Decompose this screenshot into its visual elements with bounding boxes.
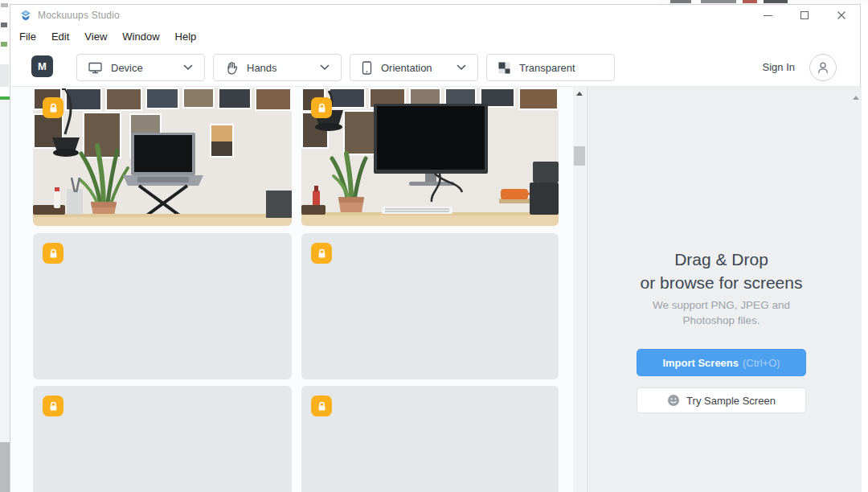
mockup-card-placeholder[interactable]	[33, 386, 292, 492]
scrollbar-thumb[interactable]	[574, 146, 585, 166]
scrollbar-up-button[interactable]	[573, 87, 586, 100]
chevron-down-icon	[320, 64, 330, 71]
lock-badge	[43, 396, 63, 416]
main-content: Drag & Drop or browse for screens We sup…	[10, 87, 860, 492]
mockup-photo-laptop	[33, 88, 292, 226]
import-screens-shortcut: (Ctrl+O)	[743, 357, 780, 369]
close-icon	[837, 10, 846, 20]
import-screens-button[interactable]: Import Screens (Ctrl+O)	[637, 349, 806, 376]
lock-icon	[317, 103, 327, 113]
lock-icon	[48, 248, 59, 259]
orientation-dropdown[interactable]: Orientation	[350, 54, 478, 81]
drop-zone-heading: Drag & Drop or browse for screens	[588, 248, 855, 294]
menu-view[interactable]: View	[84, 28, 115, 45]
transparent-toggle[interactable]: Transparent	[486, 54, 615, 81]
sign-in-link[interactable]: Sign In	[763, 61, 795, 73]
chevron-down-icon	[183, 64, 193, 71]
lock-icon	[317, 401, 327, 412]
app-logo-badge[interactable]: M	[31, 55, 53, 77]
hand-icon	[225, 61, 238, 75]
smiley-icon	[667, 394, 680, 407]
drop-zone-panel[interactable]: Drag & Drop or browse for screens We sup…	[587, 87, 862, 492]
try-sample-screen-label: Try Sample Screen	[686, 395, 776, 407]
drop-zone-subtitle: We support PNG, JPEG and Photoshop files…	[588, 297, 855, 328]
hands-dropdown-label: Hands	[247, 62, 320, 74]
title-bar[interactable]: Mockuuups Studio	[10, 5, 860, 26]
lock-badge	[311, 243, 332, 264]
lock-badge	[43, 97, 63, 118]
window-controls	[749, 5, 860, 26]
mockup-card-placeholder[interactable]	[301, 386, 559, 492]
checkerboard-icon	[498, 62, 510, 74]
mockup-card-desk-laptop[interactable]	[33, 88, 292, 226]
lock-icon	[48, 103, 59, 113]
transparent-toggle-label: Transparent	[519, 62, 603, 74]
lock-badge	[43, 243, 63, 264]
lock-icon	[317, 248, 327, 259]
person-icon	[816, 60, 830, 75]
desktop: Mockuuups Studio File Edit View Window H…	[0, 0, 868, 492]
menu-bar: File Edit View Window Help	[10, 26, 860, 47]
lock-badge	[311, 97, 332, 118]
close-button[interactable]	[823, 5, 860, 26]
minimize-button[interactable]	[749, 5, 786, 26]
monitor-icon	[88, 62, 102, 74]
hands-dropdown[interactable]: Hands	[213, 54, 342, 81]
mockup-gallery	[10, 87, 573, 492]
try-sample-screen-button[interactable]: Try Sample Screen	[637, 387, 806, 413]
chevron-down-icon	[457, 64, 466, 71]
arrow-up-icon	[576, 92, 583, 96]
menu-edit[interactable]: Edit	[51, 28, 77, 45]
mockup-photo-monitor	[301, 88, 559, 226]
device-dropdown[interactable]: Device	[76, 54, 205, 81]
menu-help[interactable]: Help	[175, 28, 205, 45]
orientation-dropdown-label: Orientation	[381, 62, 457, 74]
background-window-sliver	[0, 0, 10, 492]
maximize-button[interactable]	[786, 5, 823, 26]
panel-scroll-up-icon[interactable]	[853, 96, 859, 100]
minimize-icon	[764, 15, 772, 16]
lock-badge	[311, 396, 332, 416]
account-avatar-button[interactable]	[809, 54, 837, 81]
phone-icon	[362, 61, 372, 75]
window-title: Mockuuups Studio	[38, 10, 120, 21]
import-screens-label: Import Screens	[662, 357, 739, 369]
mockup-card-placeholder[interactable]	[301, 233, 559, 379]
app-logo-icon	[19, 9, 32, 22]
maximize-icon	[800, 11, 809, 19]
mockup-card-placeholder[interactable]	[33, 233, 292, 379]
toolbar: M Device Hands	[10, 47, 860, 87]
lock-icon	[48, 401, 59, 412]
gallery-scrollbar[interactable]	[573, 87, 586, 492]
app-window: Mockuuups Studio File Edit View Window H…	[10, 4, 861, 492]
menu-window[interactable]: Window	[122, 28, 167, 45]
device-dropdown-label: Device	[111, 62, 183, 74]
menu-file[interactable]: File	[19, 28, 44, 45]
mockup-card-desk-monitor[interactable]	[301, 88, 559, 226]
